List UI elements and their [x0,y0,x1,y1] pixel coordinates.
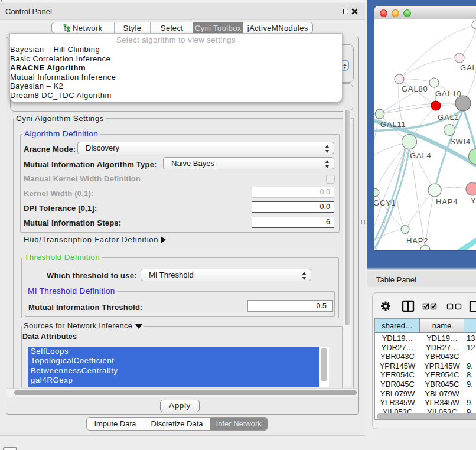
svg-text:HAP2: HAP2 [406,236,428,245]
svg-text:HAP4: HAP4 [436,197,458,206]
svg-text:SWI4: SWI4 [450,137,471,146]
svg-text:GAL80: GAL80 [402,84,428,93]
svg-text:GCY1: GCY1 [374,198,396,207]
svg-text:GAL10: GAL10 [435,89,461,98]
svg-text:Y: Y [471,196,476,205]
svg-text:GAL7: GAL7 [460,63,476,72]
svg-text:GAL11: GAL11 [380,120,406,129]
svg-text:GAL4: GAL4 [410,151,431,160]
svg-text:GAL1: GAL1 [438,113,459,122]
